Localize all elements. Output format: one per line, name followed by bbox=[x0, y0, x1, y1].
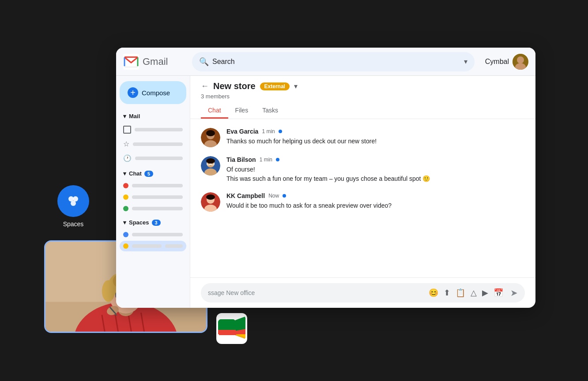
emoji-icon[interactable]: 😊 bbox=[429, 288, 438, 298]
message-input-area: ssage New office 😊 ⬆ 📋 △ ▶ 📅 ➤ bbox=[190, 277, 535, 308]
chat-tabs: Chat Files Tasks bbox=[201, 103, 525, 119]
space-item-2 bbox=[132, 244, 162, 248]
search-bar[interactable]: 🔍 Search ▾ bbox=[192, 52, 475, 71]
sender-3-time: Now bbox=[268, 193, 279, 199]
svg-point-55 bbox=[206, 158, 215, 164]
space-dot-1 bbox=[123, 232, 128, 237]
svg-rect-41 bbox=[124, 56, 138, 58]
members-count: 3 members bbox=[201, 93, 525, 100]
chat-dropdown-icon[interactable]: ▾ bbox=[294, 82, 298, 90]
space-item-2-badge bbox=[165, 244, 183, 248]
chat-panel: ← New store External ▾ 3 members Chat Fi… bbox=[190, 76, 535, 308]
compose-label: Compose bbox=[142, 89, 170, 97]
send-button[interactable]: ➤ bbox=[510, 288, 518, 298]
message-2-content: Tia Bilson 1 min Of course!This was such… bbox=[226, 156, 525, 183]
search-input[interactable]: Search bbox=[212, 58, 460, 66]
gmail-window: Gmail 🔍 Search ▾ Cymbal + Com bbox=[116, 48, 535, 308]
inbox-icon bbox=[123, 126, 131, 134]
message-1-content: Eva Garcia 1 min Thanks so much for help… bbox=[226, 128, 525, 146]
spaces-arrow-icon: ▾ bbox=[123, 219, 126, 226]
back-button[interactable]: ← bbox=[201, 82, 209, 91]
video-icon[interactable]: ▶ bbox=[482, 288, 488, 298]
mail-item-1 bbox=[135, 128, 183, 131]
account-avatar[interactable] bbox=[513, 54, 528, 70]
compose-plus-icon: + bbox=[128, 87, 138, 98]
account-area: Cymbal bbox=[485, 54, 528, 70]
clock-icon: 🕐 bbox=[123, 154, 132, 162]
drive-icon[interactable]: △ bbox=[471, 288, 477, 298]
gmail-title: Gmail bbox=[143, 56, 168, 67]
message-3-content: KK Campbell Now Would it be too much to … bbox=[226, 192, 525, 210]
sidebar-item-chat-1[interactable] bbox=[120, 180, 186, 191]
sender-3-name: KK Campbell bbox=[226, 192, 265, 199]
google-meet-icon-clean[interactable] bbox=[216, 313, 247, 344]
gmail-header: Gmail 🔍 Search ▾ Cymbal bbox=[116, 48, 535, 76]
chat-item-3 bbox=[132, 207, 183, 210]
sender-1-online-indicator bbox=[279, 130, 282, 133]
mail-section-header[interactable]: ▾ Mail bbox=[120, 111, 186, 121]
message-placeholder[interactable]: ssage New office bbox=[208, 289, 423, 296]
message-1: Eva Garcia 1 min Thanks so much for help… bbox=[201, 128, 525, 147]
gmail-m-icon bbox=[123, 54, 139, 70]
sender-2-online-indicator bbox=[276, 158, 279, 161]
sidebar-item-space-1[interactable] bbox=[120, 229, 186, 240]
tab-tasks[interactable]: Tasks bbox=[255, 103, 285, 119]
message-input-box[interactable]: ssage New office 😊 ⬆ 📋 △ ▶ 📅 ➤ bbox=[201, 283, 525, 303]
spaces-section[interactable]: Spaces bbox=[57, 185, 89, 228]
sidebar-item-space-2[interactable] bbox=[120, 241, 186, 251]
chat-section-header[interactable]: ▾ Chat 5 bbox=[120, 168, 186, 179]
chat-title: New store bbox=[213, 81, 256, 91]
messages-area: Eva Garcia 1 min Thanks so much for help… bbox=[190, 119, 535, 277]
chat-badge: 5 bbox=[144, 171, 153, 177]
sender-1-name: Eva Garcia bbox=[226, 128, 258, 135]
message-1-text: Thanks so much for helping us deck out o… bbox=[226, 137, 525, 146]
gmail-logo[interactable]: Gmail bbox=[123, 54, 185, 70]
star-icon: ☆ bbox=[123, 140, 129, 148]
svg-rect-75 bbox=[218, 330, 236, 332]
input-icons: 😊 ⬆ 📋 △ ▶ 📅 bbox=[429, 288, 503, 298]
sidebar-item-chat-3[interactable] bbox=[120, 203, 186, 214]
spaces-section-header[interactable]: ▾ Spaces 3 bbox=[120, 217, 186, 228]
sender-1-time: 1 min bbox=[262, 128, 275, 134]
chat-avatar-1 bbox=[123, 183, 128, 188]
avatar-kk-campbell bbox=[201, 192, 220, 212]
message-2: Tia Bilson 1 min Of course!This was such… bbox=[201, 156, 525, 183]
sidebar-item-mail-starred[interactable]: ☆ bbox=[120, 137, 186, 151]
mail-section-arrow-icon: ▾ bbox=[123, 113, 126, 120]
svg-point-15 bbox=[102, 280, 115, 302]
spaces-circle-icon bbox=[57, 185, 89, 217]
upload-icon[interactable]: ⬆ bbox=[444, 288, 450, 298]
svg-point-43 bbox=[517, 56, 524, 64]
svg-point-2 bbox=[71, 201, 76, 206]
space-item-1 bbox=[132, 233, 183, 236]
sidebar-item-mail-inbox[interactable] bbox=[120, 123, 186, 136]
gmail-body: + Compose ▾ Mail ☆ 🕐 ▾ bbox=[116, 76, 535, 308]
chat-avatar-2 bbox=[123, 194, 128, 200]
search-dropdown-arrow-icon[interactable]: ▾ bbox=[464, 57, 467, 66]
mail-section-label: Mail bbox=[129, 113, 140, 120]
avatar-tia-bilson bbox=[201, 156, 220, 176]
mail-item-2 bbox=[133, 142, 183, 146]
svg-line-10 bbox=[80, 332, 167, 333]
compose-button[interactable]: + Compose bbox=[120, 81, 186, 104]
account-name: Cymbal bbox=[485, 58, 509, 66]
chat-avatar-3 bbox=[123, 206, 128, 211]
message-3-text: Would it be too much to ask for a sneak … bbox=[226, 201, 525, 210]
sidebar-item-mail-snoozed[interactable]: 🕐 bbox=[120, 152, 186, 165]
spaces-badge: 3 bbox=[152, 220, 161, 226]
avatar-eva-garcia bbox=[201, 128, 220, 147]
svg-marker-78 bbox=[236, 334, 245, 338]
sender-3-online-indicator bbox=[283, 194, 286, 198]
sender-2-name: Tia Bilson bbox=[226, 156, 256, 163]
tab-chat[interactable]: Chat bbox=[201, 103, 228, 119]
document-icon[interactable]: 📋 bbox=[456, 288, 465, 298]
svg-point-48 bbox=[206, 130, 215, 136]
tab-files[interactable]: Files bbox=[228, 103, 256, 119]
external-badge: External bbox=[260, 82, 290, 90]
sidebar-item-chat-2[interactable] bbox=[120, 192, 186, 202]
message-2-text: Of course!This was such a fun one for my… bbox=[226, 165, 525, 183]
space-dot-2 bbox=[123, 243, 128, 249]
calendar-icon[interactable]: 📅 bbox=[494, 288, 503, 298]
chat-section-arrow-icon: ▾ bbox=[123, 170, 126, 177]
spaces-label: Spaces bbox=[63, 220, 84, 228]
